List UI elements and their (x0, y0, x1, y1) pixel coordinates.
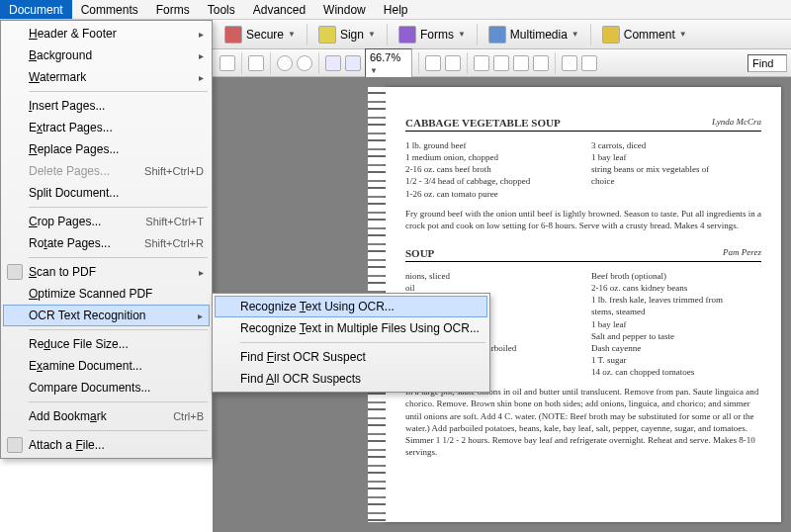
comment-button[interactable]: Comment▼ (597, 22, 692, 47)
menu-item[interactable]: Insert Pages... (3, 95, 210, 117)
menu-item[interactable]: Attach a File... (3, 434, 210, 456)
ingredient: 1 medium onion, chopped (405, 151, 575, 163)
forms-icon (398, 26, 416, 44)
menu-advanced[interactable]: Advanced (244, 0, 314, 19)
forms-label: Forms (420, 28, 454, 42)
menu-shortcut: Shift+Ctrl+R (144, 237, 204, 249)
menu-item-label: OCR Text Recognition (29, 309, 146, 322)
ingredient: 1/2 - 3/4 head of cabbage, chopped (405, 175, 575, 187)
menu-item[interactable]: Background (3, 44, 210, 66)
menu-item-label: Scan to PDF (29, 265, 96, 279)
menu-item[interactable]: Split Document... (3, 182, 210, 204)
ingredient: 2-16 oz. cans kidney beans (591, 282, 761, 294)
pen-icon (318, 26, 336, 44)
comment-icon (602, 26, 620, 44)
hand-tool-icon[interactable] (248, 55, 264, 71)
recipe1-ingredients: 1 lb. ground beef 1 medium onion, choppe… (405, 139, 761, 200)
submenu-item[interactable]: Recognize Text in Multiple Files Using O… (215, 317, 487, 339)
ingredient: 1 lb. fresh kale, leaves trimmed from (591, 294, 761, 306)
menu-item-label: Crop Pages... (29, 215, 101, 228)
menu-item[interactable]: OCR Text Recognition (3, 305, 210, 326)
zoom-level[interactable]: 66.7% ▼ (365, 48, 412, 78)
ingredient: Dash cayenne (591, 342, 761, 354)
chevron-down-icon: ▼ (458, 30, 466, 39)
menu-item[interactable]: Add BookmarkCtrl+B (3, 405, 210, 427)
menu-item-label: Compare Documents... (29, 381, 150, 395)
multimedia-button[interactable]: Multimedia▼ (483, 22, 584, 47)
forms-button[interactable]: Forms▼ (394, 22, 471, 47)
zoom-out-icon[interactable] (325, 55, 341, 71)
menu-item-label: Header & Footer (29, 27, 117, 41)
sign-button[interactable]: Sign▼ (313, 22, 381, 47)
zoom-dynamic-icon[interactable] (297, 55, 312, 71)
menu-forms[interactable]: Forms (147, 0, 199, 19)
multimedia-label: Multimedia (510, 28, 568, 42)
menu-item-label: Reduce File Size... (29, 337, 129, 351)
menu-shortcut: Shift+Ctrl+T (145, 216, 204, 227)
menu-item-label: Add Bookmark (29, 409, 107, 423)
fit-width-icon[interactable] (445, 55, 461, 71)
recipe2-heading: SOUP Pam Perez (405, 247, 761, 262)
recipe1-title: CABBAGE VEGETABLE SOUP (405, 117, 561, 129)
ingredient: 1-26 oz. can tomato puree (405, 188, 575, 200)
ingredient: stems, steamed (591, 306, 761, 317)
menubar: Document Comments Forms Tools Advanced W… (0, 0, 791, 20)
menu-item[interactable]: Scan to PDF (3, 261, 210, 283)
menu-window[interactable]: Window (314, 0, 375, 19)
menu-item-icon (7, 264, 23, 280)
menu-item[interactable]: Crop Pages...Shift+Ctrl+T (3, 211, 210, 232)
ingredient: nions, sliced (405, 270, 575, 282)
menu-item-icon (7, 437, 23, 453)
actual-size-icon[interactable] (425, 55, 441, 71)
menu-document[interactable]: Document (0, 0, 72, 19)
two-up-icon[interactable] (513, 55, 529, 71)
menu-tools[interactable]: Tools (199, 0, 244, 19)
chevron-down-icon: ▼ (368, 30, 376, 39)
ingredient: 2-16 oz. cans beef broth (405, 163, 575, 175)
secure-button[interactable]: Secure▼ (220, 22, 301, 47)
menu-shortcut: Shift+Ctrl+D (144, 165, 204, 177)
menu-item-label: Background (29, 48, 92, 62)
menu-item[interactable]: Examine Document... (3, 355, 210, 377)
menu-item[interactable]: Rotate Pages...Shift+Ctrl+R (3, 232, 210, 254)
zoom-in-icon[interactable] (345, 55, 361, 71)
menu-item-label: Examine Document... (29, 359, 142, 373)
recipe2-author: Pam Perez (723, 247, 761, 259)
find-input[interactable]: Find (747, 54, 787, 72)
fullscreen-icon[interactable] (562, 55, 577, 71)
chevron-down-icon: ▼ (679, 30, 687, 39)
menu-shortcut: Ctrl+B (173, 410, 204, 422)
chevron-down-icon: ▼ (288, 30, 296, 39)
shield-icon (224, 26, 242, 44)
document-menu-dropdown: Header & FooterBackgroundWatermarkInsert… (0, 20, 213, 459)
menu-item-label: Split Document... (29, 186, 119, 200)
read-mode-icon[interactable] (581, 55, 597, 71)
menu-item[interactable]: Optimize Scanned PDF (3, 283, 210, 305)
marquee-zoom-icon[interactable] (277, 55, 293, 71)
recipe2-body: In a large pot, saute onions in oil and … (405, 386, 761, 458)
menu-item[interactable]: Reduce File Size... (3, 333, 210, 355)
menu-item[interactable]: Extract Pages... (3, 117, 210, 138)
recipe1-body: Fry ground beef with the onion until bee… (405, 208, 761, 231)
ocr-submenu: Recognize Text Using OCR...Recognize Tex… (212, 293, 490, 393)
menu-item[interactable]: Header & Footer (3, 23, 210, 44)
menu-help[interactable]: Help (375, 0, 417, 19)
menu-comments[interactable]: Comments (72, 0, 147, 19)
ingredient: choice (591, 175, 761, 187)
continuous-icon[interactable] (493, 55, 509, 71)
sign-label: Sign (340, 28, 364, 42)
submenu-item[interactable]: Find All OCR Suspects (215, 368, 487, 390)
menu-item[interactable]: Replace Pages... (3, 138, 210, 160)
menu-item-label: Optimize Scanned PDF (29, 287, 152, 301)
submenu-item[interactable]: Recognize Text Using OCR... (215, 296, 487, 317)
ingredient: string beans or mix vegetables of (591, 163, 761, 175)
menu-item[interactable]: Watermark (3, 66, 210, 88)
submenu-item[interactable]: Find First OCR Suspect (215, 346, 487, 368)
menu-item-label: Delete Pages... (29, 164, 110, 178)
recipe2-title: SOUP (405, 247, 434, 259)
two-up-continuous-icon[interactable] (533, 55, 549, 71)
ingredient: 14 oz. can chopped tomatoes (591, 366, 761, 378)
text-select-icon[interactable] (220, 55, 235, 71)
menu-item[interactable]: Compare Documents... (3, 377, 210, 399)
single-page-icon[interactable] (474, 55, 489, 71)
